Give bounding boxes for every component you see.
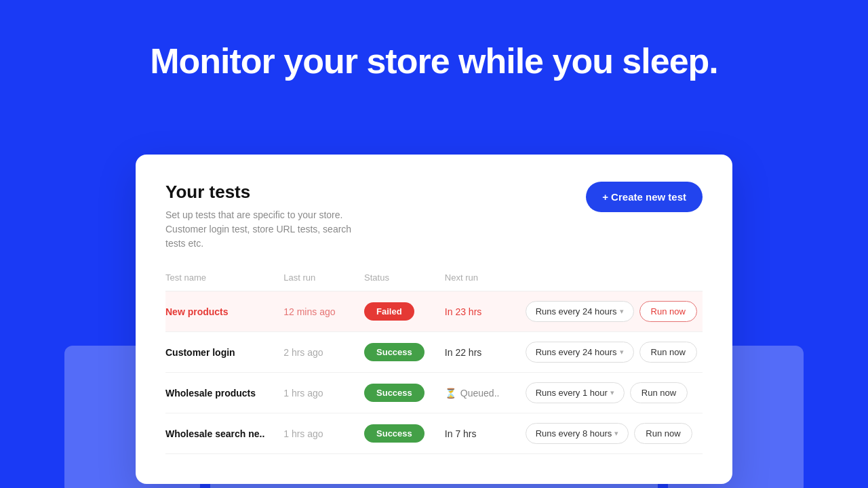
controls-wrapper: Runs every 24 hours▾Run now [526, 342, 703, 363]
controls-wrapper: Runs every 24 hours▾Run now [526, 301, 703, 322]
col-next-run: Next run [445, 272, 526, 291]
controls-wrapper: Runs every 8 hours▾Run now [526, 423, 703, 444]
status-cell: Success [364, 373, 445, 413]
status-badge: Success [364, 343, 425, 361]
create-new-test-button[interactable]: + Create new test [586, 182, 703, 212]
next-run-cell: In 22 hrs [445, 332, 526, 373]
controls-cell: Runs every 1 hour▾Run now [526, 373, 703, 413]
test-name-cell: Wholesale products [165, 373, 283, 413]
next-run-cell: In 7 hrs [445, 413, 526, 454]
status-cell: Success [364, 413, 445, 454]
last-run-value: 1 hrs ago [283, 428, 323, 439]
schedule-label: Runs every 24 hours [536, 306, 617, 317]
last-run-cell: 12 mins ago [283, 291, 364, 332]
last-run-value: 12 mins ago [283, 306, 335, 317]
test-name[interactable]: Customer login [165, 347, 235, 358]
next-run-cell: In 23 hrs [445, 291, 526, 332]
last-run-cell: 1 hrs ago [283, 373, 364, 413]
table-row: Customer login2 hrs agoSuccessIn 22 hrsR… [165, 332, 703, 373]
test-name-cell: Customer login [165, 332, 283, 373]
col-status: Status [364, 272, 445, 291]
schedule-button[interactable]: Runs every 8 hours▾ [526, 423, 629, 444]
schedule-label: Runs every 24 hours [536, 347, 617, 357]
table-row: Wholesale search ne..1 hrs agoSuccessIn … [165, 413, 703, 454]
chevron-down-icon: ▾ [620, 307, 624, 316]
tests-table: Test name Last run Status Next run New p… [165, 272, 703, 454]
next-run-value: In 22 hrs [445, 347, 481, 358]
controls-cell: Runs every 24 hours▾Run now [526, 332, 703, 373]
table-row: New products12 mins agoFailedIn 23 hrsRu… [165, 291, 703, 332]
last-run-cell: 1 hrs ago [283, 413, 364, 454]
schedule-label: Runs every 1 hour [536, 388, 608, 398]
controls-cell: Runs every 24 hours▾Run now [526, 291, 703, 332]
schedule-button[interactable]: Runs every 24 hours▾ [526, 301, 634, 322]
col-schedule [526, 272, 660, 291]
card-header: Your tests Set up tests that are specifi… [165, 182, 703, 251]
col-action [660, 272, 703, 291]
hero-title: Monitor your store while you sleep. [0, 0, 868, 81]
status-badge: Success [364, 384, 425, 402]
next-run-cell: ⏳Queued.. [445, 373, 526, 413]
chevron-down-icon: ▾ [614, 429, 618, 438]
schedule-button[interactable]: Runs every 1 hour▾ [526, 382, 625, 403]
test-name[interactable]: Wholesale products [165, 388, 256, 399]
schedule-button[interactable]: Runs every 24 hours▾ [526, 342, 634, 363]
next-run-value: In 7 hrs [445, 428, 477, 439]
last-run-cell: 2 hrs ago [283, 332, 364, 373]
main-card: Your tests Set up tests that are specifi… [136, 155, 732, 484]
test-name[interactable]: New products [165, 306, 229, 317]
last-run-value: 2 hrs ago [283, 347, 323, 358]
run-now-button[interactable]: Run now [639, 342, 697, 363]
queued-status: ⏳Queued.. [445, 388, 526, 399]
run-now-button[interactable]: Run now [634, 423, 692, 444]
col-last-run: Last run [283, 272, 364, 291]
hourglass-icon: ⏳ [445, 388, 456, 399]
run-now-button[interactable]: Run now [630, 382, 688, 403]
schedule-label: Runs every 8 hours [536, 428, 612, 439]
table-header: Test name Last run Status Next run [165, 272, 703, 291]
col-test-name: Test name [165, 272, 283, 291]
test-name-cell: New products [165, 291, 283, 332]
chevron-down-icon: ▾ [610, 388, 614, 397]
controls-wrapper: Runs every 1 hour▾Run now [526, 382, 703, 403]
queued-text: Queued.. [460, 388, 500, 399]
status-badge: Success [364, 424, 425, 443]
status-cell: Failed [364, 291, 445, 332]
next-run-value: In 23 hrs [445, 306, 481, 317]
last-run-value: 1 hrs ago [283, 388, 323, 399]
status-badge: Failed [364, 302, 414, 321]
table-row: Wholesale products1 hrs agoSuccess⏳Queue… [165, 373, 703, 413]
status-cell: Success [364, 332, 445, 373]
card-title: Your tests [165, 182, 369, 203]
card-title-area: Your tests Set up tests that are specifi… [165, 182, 369, 251]
test-name-cell: Wholesale search ne.. [165, 413, 283, 454]
table-body: New products12 mins agoFailedIn 23 hrsRu… [165, 291, 703, 454]
run-now-button[interactable]: Run now [639, 301, 697, 322]
test-name[interactable]: Wholesale search ne.. [165, 428, 264, 439]
controls-cell: Runs every 8 hours▾Run now [526, 413, 703, 454]
chevron-down-icon: ▾ [620, 348, 624, 357]
card-subtitle: Set up tests that are specific to your s… [165, 208, 369, 251]
